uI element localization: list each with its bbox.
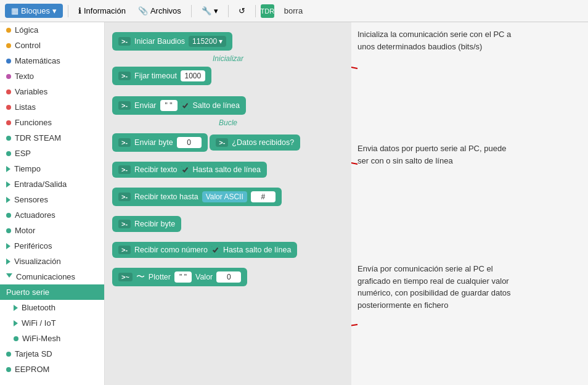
sidebar-item-22[interactable]: EEPROM — [0, 362, 104, 377]
sidebar-item-label: Motor — [15, 226, 35, 235]
plotter-quote[interactable]: " " — [174, 271, 192, 283]
hasta-salto-check2[interactable] — [211, 246, 219, 254]
sidebar-dot-icon — [6, 59, 11, 64]
block-label10: Plotter — [149, 273, 171, 281]
salto-linea-label: Salto de línea — [193, 101, 240, 110]
sidebar-dot-icon — [6, 352, 11, 357]
sidebar: LógicaControlMatemáticasTextoVariablesLi… — [0, 22, 105, 385]
annotation-2: Envia datos por puerto serie al PC, pued… — [357, 143, 518, 167]
sidebar-triangle-open-icon — [6, 273, 12, 281]
sidebar-dot-icon — [6, 136, 11, 141]
sidebar-item-1[interactable]: Control — [0, 38, 104, 53]
hasta-salto-check[interactable] — [181, 166, 189, 174]
sidebar-item-13[interactable]: Motor — [0, 223, 104, 238]
block-label2: Fijar timeout — [134, 72, 177, 80]
sidebar-item-3[interactable]: Texto — [0, 68, 104, 84]
block-label: Iniciar Baudios — [134, 37, 185, 46]
sidebar-item-21[interactable]: Tarjeta SD — [0, 346, 104, 362]
sidebar-item-0[interactable]: Lógica — [0, 22, 104, 38]
separator4 — [255, 5, 256, 17]
block-recibir-numero[interactable]: >- Recibir como número Hasta salto de lí… — [112, 242, 297, 258]
sidebar-item-label: Bluetooth — [22, 303, 55, 312]
sidebar-item-19[interactable]: WiFi / IoT — [0, 315, 104, 331]
sidebar-dot-icon — [6, 120, 11, 125]
sidebar-item-9[interactable]: Tiempo — [0, 161, 104, 176]
ascii-label: Valor ASCII — [202, 191, 247, 202]
sidebar-item-12[interactable]: Actuadores — [0, 207, 104, 223]
block-enviar[interactable]: >- Enviar " " Salto de línea — [112, 96, 246, 115]
sidebar-item-6[interactable]: Funciones — [0, 115, 104, 130]
sidebar-item-label: Funciones — [15, 118, 52, 127]
tab-name: borra — [284, 6, 303, 15]
bloques-label: Bloques — [21, 6, 50, 15]
block-enviar-byte[interactable]: >- Enviar byte 0 — [112, 133, 208, 152]
blocks-icon: ▦ — [11, 6, 18, 15]
block-recibir-texto[interactable]: >- Recibir texto Hasta salto de línea — [112, 162, 267, 178]
sidebar-item-4[interactable]: Variables — [0, 84, 104, 99]
tools-button[interactable]: 🔧 ▾ — [197, 4, 223, 18]
sidebar-item-8[interactable]: ESP — [0, 146, 104, 161]
block-recibir-texto-hasta[interactable]: >- Recibir texto hasta Valor ASCII # — [112, 188, 282, 206]
sidebar-item-5[interactable]: Listas — [0, 99, 104, 115]
sidebar-item-label: Lógica — [15, 25, 38, 35]
block-fijar-timeout[interactable]: >- Fijar timeout 1000 — [112, 67, 211, 85]
archivos-button[interactable]: 📎 Archivos — [133, 4, 186, 18]
enviar-quote[interactable]: " " — [160, 100, 178, 111]
bloques-button[interactable]: ▦ Bloques ▾ — [5, 4, 63, 18]
sidebar-item-label: Matemáticas — [15, 56, 60, 65]
tab-icon: TDR — [261, 4, 274, 18]
separator — [68, 5, 68, 17]
info-icon: ℹ — [78, 6, 81, 15]
enviar-byte-input[interactable]: 0 — [177, 137, 202, 148]
timeout-input[interactable]: 1000 — [181, 70, 205, 81]
block-prefix8: >- — [118, 220, 131, 228]
sidebar-item-20[interactable]: WiFi-Mesh — [0, 331, 104, 346]
block-plotter[interactable]: >~ 〜 Plotter " " Valor 0 — [112, 268, 247, 286]
archivos-label: Archivos — [150, 6, 181, 15]
informacion-button[interactable]: ℹ Información — [73, 4, 131, 18]
plotter-value[interactable]: 0 — [216, 271, 241, 283]
sidebar-item-label: Tarjeta SD — [15, 349, 52, 358]
sidebar-triangle-icon — [6, 166, 10, 172]
separator2 — [191, 5, 192, 17]
dropdown-arrow: ▾ — [52, 6, 57, 15]
toolbar: ▦ Bloques ▾ ℹ Información 📎 Archivos 🔧 ▾… — [0, 0, 588, 22]
block-prefix7: >- — [118, 192, 131, 201]
sidebar-item-15[interactable]: Visualización — [0, 254, 104, 269]
annotations-area: Inicializa la comunicación serie con el … — [351, 22, 588, 385]
sidebar-item-16[interactable]: Comunicaciones — [0, 269, 104, 284]
sidebar-dot-icon — [6, 28, 11, 33]
block-prefix10: >~ — [118, 273, 133, 281]
block-prefix: >- — [118, 37, 131, 46]
sidebar-dot-icon — [6, 74, 11, 79]
sidebar-item-7[interactable]: TDR STEAM — [0, 130, 104, 146]
hasta-salto-label: Hasta salto de línea — [193, 165, 261, 174]
sidebar-triangle-icon — [6, 259, 10, 265]
arrows-svg — [351, 22, 588, 385]
block-prefix3: >- — [118, 101, 131, 110]
sidebar-dot-icon — [6, 89, 11, 94]
salto-linea-check[interactable] — [181, 102, 189, 110]
sidebar-triangle-icon — [6, 243, 10, 249]
valor-label: Valor — [195, 273, 213, 281]
baudios-dropdown[interactable]: 115200 ▾ — [189, 36, 226, 47]
sidebar-dot-icon — [6, 43, 11, 48]
sidebar-item-2[interactable]: Matemáticas — [0, 53, 104, 68]
section-inicializar: Inicializar — [112, 54, 344, 63]
sidebar-item-18[interactable]: Bluetooth — [0, 300, 104, 315]
sidebar-item-10[interactable]: Entrada/Salida — [0, 176, 104, 192]
sidebar-item-11[interactable]: Sensores — [0, 192, 104, 207]
sidebar-item-14[interactable]: Periféricos — [0, 238, 104, 254]
svg-line-3 — [351, 325, 357, 343]
block-label3: Enviar — [134, 101, 156, 110]
sidebar-item-17[interactable]: Puerto serie — [0, 284, 104, 300]
refresh-button[interactable]: ↺ — [234, 4, 250, 18]
block-prefix9: >- — [118, 246, 131, 254]
hasta-salto-label2: Hasta salto de línea — [223, 246, 292, 254]
svg-line-2 — [351, 139, 357, 164]
block-recibir-byte[interactable]: >- Recibir byte — [112, 216, 181, 232]
block-datos-recibidos[interactable]: >- ¿Datos recibidos? — [210, 135, 300, 151]
section-bucle: Bucle — [112, 118, 344, 127]
ascii-value[interactable]: # — [251, 191, 276, 202]
block-iniciar-baudios[interactable]: >- Iniciar Baudios 115200 ▾ — [112, 32, 232, 51]
